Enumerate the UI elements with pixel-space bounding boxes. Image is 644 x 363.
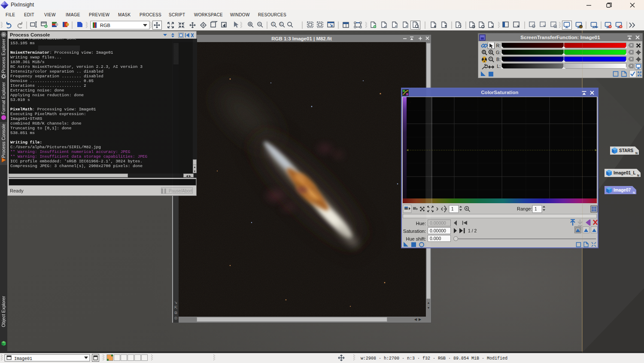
svg-text:RGB: RGB <box>100 23 110 28</box>
svg-text:1: 1 <box>451 207 454 211</box>
svg-text:Range:: Range: <box>517 206 532 211</box>
svg-text:26: 26 <box>580 26 583 28</box>
svg-text:1: 1 <box>272 22 274 25</box>
svg-text:w:2908 · h:2700 · n:3 · f32 ·: w:2908 · h:2700 · n:3 · f32 · RGB · 89.8… <box>361 356 507 361</box>
svg-text:1 / 2: 1 / 2 <box>468 228 477 233</box>
svg-text:1:: 1: <box>280 22 283 25</box>
svg-text:Image01: Image01 <box>14 357 32 361</box>
svg-text:1: 1 <box>535 207 537 211</box>
